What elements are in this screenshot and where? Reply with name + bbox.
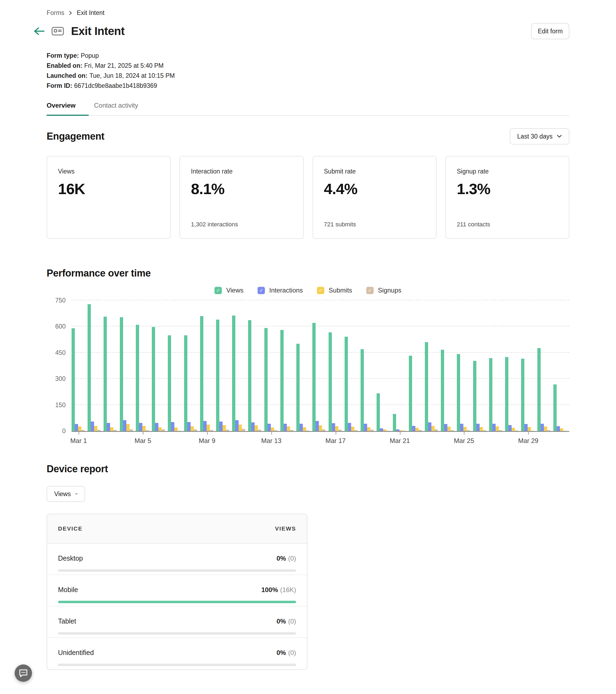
bar-group-mar-22	[409, 356, 425, 431]
engagement-header: Engagement Last 30 days	[47, 128, 569, 145]
bar-group-mar-21	[393, 414, 409, 431]
checkbox-checked-icon: ✓	[317, 287, 324, 294]
device-metric-selector[interactable]: Views	[47, 486, 85, 502]
legend-label: Interactions	[269, 287, 303, 294]
form-overview-page: Forms Exit Intent Exit Intent Edit form …	[47, 9, 569, 670]
legend-label: Views	[226, 287, 243, 294]
chart-bar-views	[554, 384, 557, 431]
chart-bar-interactions	[268, 424, 271, 431]
x-axis-label: Mar 1	[60, 437, 97, 444]
chart-bar-views	[473, 361, 476, 431]
stat-card-signup-rate: Signup rate 1.3% 211 contacts	[446, 156, 569, 239]
date-range-selector[interactable]: Last 30 days	[510, 128, 569, 145]
y-axis-label: 0	[62, 427, 66, 435]
chart-bar-interactions	[187, 422, 191, 431]
tab-contact-activity[interactable]: Contact activity	[94, 102, 138, 115]
x-axis-label: Mar 9	[188, 437, 226, 444]
chevron-down-icon	[75, 492, 77, 496]
bar-group-mar-16	[312, 323, 328, 431]
chat-widget-button[interactable]	[15, 664, 32, 682]
chart-bar-submits	[110, 427, 113, 431]
device-views-value: 0%(0)	[276, 618, 296, 625]
chart-bar-submits	[78, 426, 81, 431]
chart-bar-submits	[158, 427, 162, 431]
chart-bar-interactions	[428, 422, 431, 431]
chart-bar-views	[489, 358, 492, 431]
chart-bar-signups	[162, 430, 165, 431]
legend-item-interactions[interactable]: ✓Interactions	[257, 287, 303, 294]
x-axis-tick	[271, 432, 272, 435]
checkbox-checked-icon: ✓	[366, 287, 374, 294]
chart-bar-interactions	[524, 424, 528, 431]
performance-chart: 0150300450600750Mar 1Mar 5Mar 9Mar 13Mar…	[47, 301, 569, 432]
chart-bar-interactions	[219, 422, 222, 431]
device-name: Unidentified	[58, 649, 94, 657]
breadcrumb-forms-link[interactable]: Forms	[47, 9, 64, 17]
page-title: Exit Intent	[71, 25, 125, 38]
bar-group-mar-28	[505, 357, 521, 431]
chart-bar-signups	[547, 430, 550, 431]
legend-item-views[interactable]: ✓Views	[215, 287, 243, 294]
popup-form-icon	[52, 26, 64, 36]
tab-overview[interactable]: Overview	[47, 102, 89, 115]
chart-bar-submits	[287, 426, 290, 431]
chart-bar-signups	[370, 430, 374, 431]
chart-bar-submits	[191, 426, 194, 431]
meta-enabled-on: Enabled on:Fri, Mar 21, 2025 at 5:40 PM	[47, 61, 569, 71]
form-metadata: Form type:Popup Enabled on:Fri, Mar 21, …	[47, 51, 569, 91]
chart-bar-signups	[242, 429, 245, 431]
device-row-unidentified: Unidentified0%(0)	[47, 638, 307, 669]
bar-group-mar-6	[152, 327, 168, 431]
chart-bar-submits	[222, 425, 226, 431]
breadcrumb: Forms Exit Intent	[47, 9, 569, 17]
chart-bar-signups	[97, 430, 101, 431]
chart-bar-views	[152, 327, 155, 431]
chart-bar-views	[104, 317, 107, 431]
chart-bar-views	[168, 335, 171, 431]
breadcrumb-current: Exit Intent	[77, 9, 104, 17]
chart-bar-views	[457, 354, 460, 431]
chart-bar-submits	[447, 427, 451, 431]
engagement-title: Engagement	[47, 131, 104, 142]
device-views-value: 0%(0)	[276, 649, 296, 657]
device-name: Desktop	[58, 554, 83, 562]
bar-group-mar-23	[425, 342, 441, 431]
chart-bar-submits	[239, 424, 242, 431]
device-report-table: Device Views Desktop0%(0)Mobile100%(16K)…	[47, 514, 307, 670]
chart-bar-views	[409, 356, 412, 431]
chevron-down-icon	[557, 135, 562, 138]
legend-item-signups[interactable]: ✓Signups	[366, 287, 401, 294]
device-name: Mobile	[58, 586, 78, 594]
chart-bar-views	[393, 414, 396, 431]
chart-bar-interactions	[348, 423, 351, 431]
chart-bar-signups	[499, 430, 502, 431]
chart-bar-signups	[419, 430, 422, 431]
x-axis-tick	[464, 432, 465, 435]
chart-bar-views	[329, 332, 332, 431]
chart-bar-interactions	[91, 422, 94, 431]
chart-bar-signups	[451, 430, 454, 431]
chart-bar-signups	[306, 431, 309, 431]
device-progress-bar	[58, 632, 296, 635]
chart-bar-views	[72, 328, 75, 431]
chart-bar-interactions	[492, 424, 496, 431]
chart-bar-signups	[531, 431, 534, 431]
chart-bar-views	[184, 335, 187, 431]
chart-bar-signups	[483, 430, 486, 431]
chart-bar-signups	[338, 430, 342, 431]
chart-bar-views	[248, 320, 251, 431]
chart-bar-interactions	[380, 428, 383, 431]
bar-group-mar-30	[537, 348, 554, 431]
edit-form-button[interactable]: Edit form	[531, 23, 569, 39]
chart-bar-submits	[94, 426, 97, 431]
back-arrow-icon[interactable]	[33, 26, 45, 37]
device-table-header: Device Views	[47, 514, 307, 544]
chart-bar-signups	[435, 430, 438, 431]
device-table-body: Desktop0%(0)Mobile100%(16K)Tablet0%(0)Un…	[47, 544, 307, 669]
legend-item-submits[interactable]: ✓Submits	[317, 287, 352, 294]
device-report-title: Device report	[47, 463, 569, 475]
chart-bar-views	[425, 342, 428, 431]
chevron-right-icon	[69, 10, 72, 16]
chart-bar-submits	[383, 430, 386, 431]
bar-group-mar-24	[441, 350, 457, 431]
